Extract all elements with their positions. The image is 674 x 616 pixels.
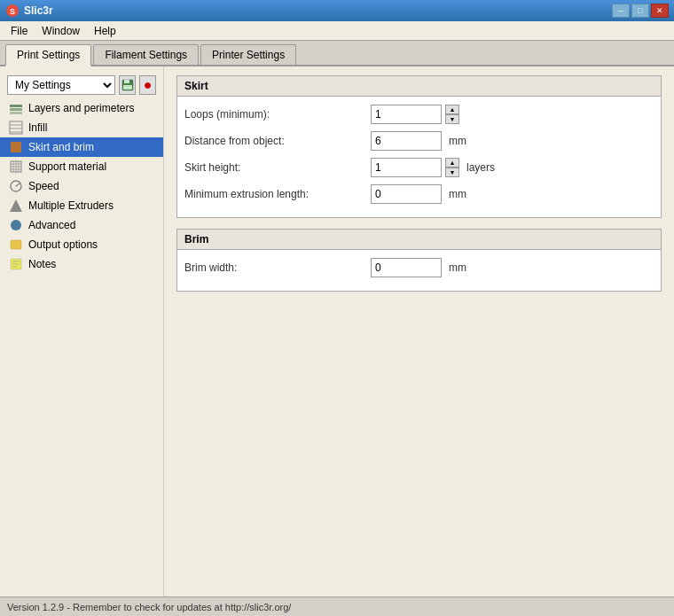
sidebar-label-skirt: Skirt and brim: [28, 141, 94, 153]
brim-section-title: Brim: [177, 230, 661, 250]
sidebar-label-speed: Speed: [28, 180, 59, 192]
minimize-button[interactable]: ─: [612, 4, 630, 18]
min-extrusion-input-group: mm: [371, 184, 466, 204]
sidebar-label-layers: Layers and perimeters: [28, 102, 134, 114]
advanced-icon: [9, 218, 23, 232]
content-area: My Settings ●: [0, 66, 674, 597]
loops-label: Loops (minimum):: [184, 108, 371, 121]
brim-section-body: Brim width: mm: [177, 250, 661, 291]
svg-line-21: [16, 183, 20, 186]
sidebar-label-output: Output options: [28, 238, 98, 251]
sidebar-item-support[interactable]: Support material: [0, 157, 163, 176]
skirt-height-label: Skirt height:: [184, 161, 371, 174]
notes-icon: [9, 257, 23, 271]
profile-select[interactable]: My Settings: [7, 75, 115, 95]
svg-rect-24: [11, 240, 21, 249]
layers-icon: [9, 101, 23, 115]
distance-label: Distance from object:: [184, 135, 371, 147]
sidebar-item-notes[interactable]: Notes: [0, 254, 163, 274]
maximize-button[interactable]: □: [631, 4, 649, 18]
tab-filament-settings[interactable]: Filament Settings: [93, 44, 199, 65]
sidebar-item-skirt[interactable]: Skirt and brim: [0, 137, 163, 157]
skirt-section-body: Loops (minimum): ▲ ▼ Distance from objec…: [177, 97, 661, 217]
loops-spin-down[interactable]: ▼: [445, 114, 459, 124]
brim-section: Brim Brim width: mm: [176, 229, 662, 292]
svg-rect-5: [10, 105, 22, 107]
close-button[interactable]: ✕: [651, 4, 669, 18]
speed-icon: [9, 179, 23, 193]
sidebar-item-infill[interactable]: Infill: [0, 118, 163, 137]
tab-bar: Print Settings Filament Settings Printer…: [0, 41, 674, 66]
min-extrusion-label: Minimum extrusion length:: [184, 188, 371, 200]
distance-row: Distance from object: mm: [184, 130, 654, 152]
support-icon: [9, 160, 23, 174]
sidebar-header: My Settings ●: [0, 72, 163, 98]
svg-marker-22: [10, 199, 22, 212]
loops-row: Loops (minimum): ▲ ▼: [184, 104, 654, 125]
sidebar-item-output[interactable]: Output options: [0, 235, 163, 254]
skirt-height-row: Skirt height: ▲ ▼ layers: [184, 157, 654, 178]
skirt-section: Skirt Loops (minimum): ▲ ▼: [176, 75, 662, 218]
sidebar-item-advanced[interactable]: Advanced: [0, 215, 163, 235]
statusbar: Version 1.2.9 - Remember to check for up…: [0, 597, 674, 616]
skirt-height-unit: layers: [466, 161, 495, 174]
sidebar-item-extruders[interactable]: Multiple Extruders: [0, 196, 163, 215]
brim-width-input-group: mm: [371, 258, 466, 277]
svg-rect-7: [10, 112, 22, 114]
distance-input-group: mm: [371, 131, 466, 151]
delete-profile-button[interactable]: ●: [139, 75, 156, 95]
extruder-icon: [9, 199, 23, 213]
menu-window[interactable]: Window: [35, 23, 87, 39]
menu-help[interactable]: Help: [87, 23, 123, 39]
tab-print-settings[interactable]: Print Settings: [5, 44, 91, 66]
brim-width-row: Brim width: mm: [184, 257, 654, 278]
titlebar-buttons: ─ □ ✕: [612, 4, 669, 18]
sidebar-label-notes: Notes: [28, 258, 56, 270]
save-icon: [121, 79, 134, 91]
brim-width-label: Brim width:: [184, 261, 371, 274]
svg-rect-6: [10, 108, 22, 111]
output-icon: [9, 238, 23, 252]
svg-rect-12: [11, 142, 21, 152]
loops-spinner: ▲ ▼: [445, 105, 459, 124]
svg-rect-3: [124, 80, 129, 83]
sidebar-item-speed[interactable]: Speed: [0, 176, 163, 196]
brim-width-input[interactable]: [371, 258, 442, 277]
sidebar-label-extruders: Multiple Extruders: [28, 199, 114, 212]
skirt-section-title: Skirt: [177, 76, 661, 97]
titlebar-left: S Slic3r: [5, 4, 53, 18]
menubar: File Window Help: [0, 21, 674, 41]
loops-input[interactable]: [371, 105, 442, 124]
min-extrusion-unit: mm: [449, 188, 466, 200]
sidebar: My Settings ●: [0, 66, 164, 597]
tab-printer-settings[interactable]: Printer Settings: [200, 44, 296, 65]
svg-point-23: [11, 220, 21, 230]
loops-spin-up[interactable]: ▲: [445, 105, 459, 114]
sidebar-label-support: Support material: [28, 160, 106, 173]
infill-icon: [9, 121, 23, 135]
save-profile-button[interactable]: [119, 75, 136, 95]
main-window: Print Settings Filament Settings Printer…: [0, 41, 674, 616]
sidebar-item-layers[interactable]: Layers and perimeters: [0, 98, 163, 118]
app-icon: S: [5, 4, 20, 18]
svg-text:S: S: [10, 7, 15, 16]
distance-unit: mm: [449, 135, 466, 147]
skirt-icon: [9, 140, 23, 154]
skirt-height-input[interactable]: [371, 158, 442, 177]
min-extrusion-input[interactable]: [371, 184, 442, 204]
titlebar: S Slic3r ─ □ ✕: [0, 0, 674, 21]
loops-input-group: ▲ ▼: [371, 105, 459, 124]
main-panel: Skirt Loops (minimum): ▲ ▼: [164, 66, 674, 597]
menu-file[interactable]: File: [4, 23, 35, 39]
svg-rect-4: [123, 85, 132, 90]
skirt-height-spinner: ▲ ▼: [445, 158, 459, 177]
distance-input[interactable]: [371, 131, 442, 151]
status-text: Version 1.2.9 - Remember to check for up…: [7, 602, 291, 612]
sidebar-label-advanced: Advanced: [28, 219, 75, 231]
skirt-height-spin-up[interactable]: ▲: [445, 158, 459, 168]
app-title: Slic3r: [24, 4, 53, 17]
skirt-height-spin-down[interactable]: ▼: [445, 168, 459, 177]
skirt-height-input-group: ▲ ▼ layers: [371, 158, 495, 177]
sidebar-label-infill: Infill: [28, 121, 47, 134]
min-extrusion-row: Minimum extrusion length: mm: [184, 183, 654, 205]
